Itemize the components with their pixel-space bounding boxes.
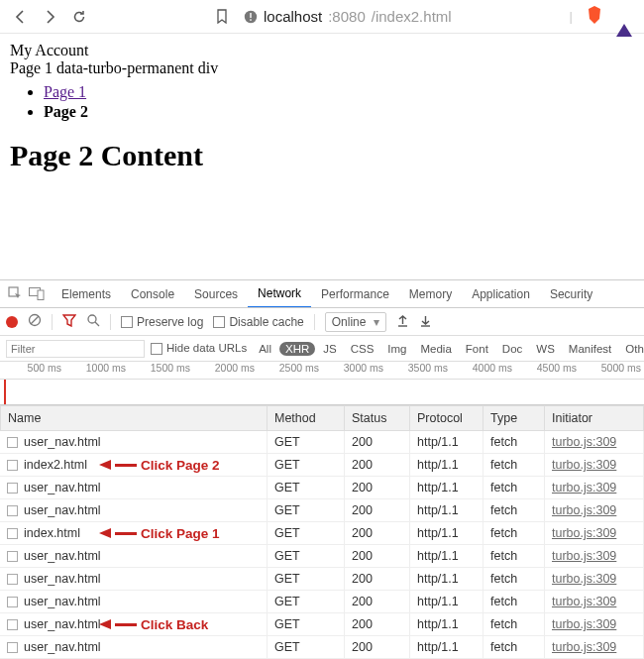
request-cell[interactable]: http/1.1 [410, 454, 483, 477]
initiator-link[interactable]: turbo.js:309 [552, 458, 616, 472]
request-cell[interactable]: 200 [345, 591, 410, 613]
devtools-tab-memory[interactable]: Memory [399, 280, 462, 308]
devtools-tab-security[interactable]: Security [540, 280, 602, 308]
request-cell[interactable]: fetch [483, 522, 545, 545]
request-name-cell[interactable]: user_nav.html [0, 431, 268, 454]
initiator-link[interactable]: turbo.js:309 [552, 572, 616, 586]
initiator-link[interactable]: turbo.js:309 [552, 435, 616, 449]
upload-har-icon[interactable] [396, 314, 409, 330]
request-cell[interactable]: GET [268, 545, 345, 568]
request-name-cell[interactable]: index.htmlClick Page 1 [0, 522, 268, 545]
request-name-cell[interactable]: user_nav.htmlClick Back [0, 613, 268, 636]
request-cell[interactable]: fetch [483, 636, 545, 659]
initiator-link[interactable]: turbo.js:309 [552, 503, 616, 517]
request-cell[interactable]: fetch [483, 477, 545, 499]
request-cell[interactable]: turbo.js:309 [545, 591, 644, 613]
search-icon[interactable] [86, 313, 100, 330]
request-cell[interactable]: 200 [345, 454, 410, 477]
device-toolbar-icon[interactable] [26, 280, 48, 308]
filter-type-css[interactable]: CSS [345, 342, 380, 356]
hide-data-urls-checkbox[interactable]: Hide data URLs [151, 342, 247, 355]
column-header[interactable]: Method [268, 405, 345, 431]
forward-icon[interactable] [42, 9, 57, 25]
request-cell[interactable]: 200 [345, 545, 410, 568]
request-cell[interactable]: fetch [483, 454, 545, 477]
request-cell[interactable]: 200 [345, 477, 410, 499]
request-cell[interactable]: turbo.js:309 [545, 499, 644, 522]
column-header[interactable]: Status [345, 405, 410, 431]
throttle-select[interactable]: Online▾ [325, 312, 387, 332]
request-cell[interactable]: fetch [483, 545, 545, 568]
request-cell[interactable]: fetch [483, 613, 545, 636]
request-cell[interactable]: 200 [345, 431, 410, 454]
brave-rewards-icon[interactable] [616, 9, 632, 24]
request-cell[interactable]: GET [268, 568, 345, 591]
request-cell[interactable]: turbo.js:309 [545, 477, 644, 499]
column-header[interactable]: Type [483, 405, 545, 431]
inspect-element-icon[interactable] [4, 280, 26, 308]
filter-type-media[interactable]: Media [415, 342, 458, 356]
request-cell[interactable]: 200 [345, 522, 410, 545]
request-name-cell[interactable]: user_nav.html [0, 477, 268, 499]
filter-icon[interactable] [62, 314, 76, 330]
disable-cache-checkbox[interactable]: Disable cache [213, 315, 303, 329]
filter-type-font[interactable]: Font [460, 342, 494, 356]
filter-type-manifest[interactable]: Manifest [563, 342, 617, 356]
initiator-link[interactable]: turbo.js:309 [552, 595, 616, 608]
devtools-tab-console[interactable]: Console [121, 280, 184, 308]
request-cell[interactable]: fetch [483, 499, 545, 522]
preserve-log-checkbox[interactable]: Preserve log [121, 315, 203, 329]
request-cell[interactable]: turbo.js:309 [545, 636, 644, 659]
request-cell[interactable]: 200 [345, 636, 410, 659]
initiator-link[interactable]: turbo.js:309 [552, 526, 616, 540]
request-cell[interactable]: turbo.js:309 [545, 613, 644, 636]
column-header[interactable]: Protocol [410, 405, 483, 431]
devtools-tab-sources[interactable]: Sources [184, 280, 248, 308]
request-cell[interactable]: 200 [345, 568, 410, 591]
url-bar[interactable]: localhost:8080/index2.html [244, 8, 452, 25]
initiator-link[interactable]: turbo.js:309 [552, 549, 616, 563]
request-cell[interactable]: http/1.1 [410, 431, 483, 454]
bookmark-icon[interactable] [214, 9, 230, 25]
devtools-tab-network[interactable]: Network [248, 280, 311, 308]
request-name-cell[interactable]: user_nav.html [0, 591, 268, 613]
request-cell[interactable]: turbo.js:309 [545, 545, 644, 568]
request-cell[interactable]: http/1.1 [410, 477, 483, 499]
devtools-tab-elements[interactable]: Elements [52, 280, 121, 308]
filter-type-js[interactable]: JS [317, 342, 342, 356]
initiator-link[interactable]: turbo.js:309 [552, 481, 616, 494]
request-cell[interactable]: GET [268, 431, 345, 454]
devtools-tab-performance[interactable]: Performance [311, 280, 399, 308]
filter-type-xhr[interactable]: XHR [279, 342, 315, 356]
request-cell[interactable]: http/1.1 [410, 522, 483, 545]
request-cell[interactable]: 200 [345, 499, 410, 522]
record-icon[interactable] [6, 316, 18, 328]
request-cell[interactable]: 200 [345, 613, 410, 636]
request-cell[interactable]: http/1.1 [410, 545, 483, 568]
request-name-cell[interactable]: user_nav.html [0, 636, 268, 659]
filter-type-ws[interactable]: WS [530, 342, 561, 356]
request-cell[interactable]: http/1.1 [410, 591, 483, 613]
request-cell[interactable]: fetch [483, 591, 545, 613]
request-cell[interactable]: GET [268, 591, 345, 613]
request-cell[interactable]: fetch [483, 431, 545, 454]
nav-link[interactable]: Page 1 [44, 83, 86, 100]
filter-type-all[interactable]: All [253, 342, 277, 356]
back-icon[interactable] [12, 9, 28, 25]
brave-shields-icon[interactable] [587, 6, 602, 27]
request-cell[interactable]: fetch [483, 568, 545, 591]
clear-icon[interactable] [28, 313, 42, 330]
column-header[interactable]: Name [0, 405, 268, 431]
download-har-icon[interactable] [419, 314, 432, 330]
request-cell[interactable]: GET [268, 499, 345, 522]
devtools-tab-application[interactable]: Application [462, 280, 540, 308]
request-name-cell[interactable]: index2.htmlClick Page 2 [0, 454, 268, 477]
request-cell[interactable]: GET [268, 522, 345, 545]
request-cell[interactable]: GET [268, 613, 345, 636]
request-cell[interactable]: http/1.1 [410, 568, 483, 591]
request-cell[interactable]: turbo.js:309 [545, 431, 644, 454]
request-cell[interactable]: turbo.js:309 [545, 522, 644, 545]
filter-type-img[interactable]: Img [381, 342, 412, 356]
column-header[interactable]: Initiator [545, 405, 644, 431]
filter-type-doc[interactable]: Doc [496, 342, 528, 356]
